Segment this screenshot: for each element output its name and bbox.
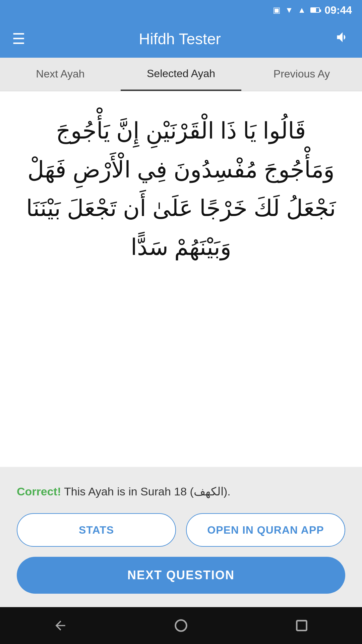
app-bar: ☰ Hifdh Tester — [0, 20, 362, 58]
phone-vibrate-icon: ▣ — [273, 5, 281, 15]
menu-button[interactable]: ☰ — [12, 32, 24, 46]
stats-button[interactable]: STATS — [17, 513, 176, 547]
status-time: 09:44 — [324, 4, 352, 16]
status-bar: ▣ ▼ ▲ 09:44 — [0, 0, 362, 20]
tab-previous-ayah[interactable]: Previous Ay — [241, 58, 362, 91]
wifi-icon: ▼ — [285, 5, 293, 15]
svg-rect-1 — [297, 621, 306, 630]
result-detail: This Ayah is in Surah 18 (الكهف). — [61, 485, 230, 498]
recents-button[interactable] — [288, 612, 315, 639]
tab-bar: Next Ayah Selected Ayah Previous Ay — [0, 58, 362, 91]
ayah-text: قَالُوا يَا ذَا الْقَرْنَيْنِ إِنَّ يَأْ… — [20, 105, 342, 453]
tab-selected-ayah[interactable]: Selected Ayah — [121, 58, 241, 91]
main-content: قَالُوا يَا ذَا الْقَرْنَيْنِ إِنَّ يَأْ… — [0, 91, 362, 467]
tab-next-ayah[interactable]: Next Ayah — [0, 58, 121, 91]
svg-point-0 — [176, 620, 187, 631]
battery-icon — [310, 7, 320, 13]
volume-button[interactable] — [335, 30, 350, 48]
open-in-quran-button[interactable]: OPEN IN QURAN APP — [186, 513, 345, 547]
bottom-panel: Correct! This Ayah is in Surah 18 (الكهف… — [0, 467, 362, 607]
button-row: STATS OPEN IN QURAN APP — [17, 513, 345, 547]
app-title: Hifdh Tester — [35, 30, 325, 48]
correct-label: Correct! — [17, 485, 61, 498]
home-button[interactable] — [168, 612, 194, 639]
result-message: Correct! This Ayah is in Surah 18 (الكهف… — [17, 484, 345, 500]
back-button[interactable] — [47, 612, 74, 639]
next-question-button[interactable]: NEXT QUESTION — [17, 557, 345, 594]
signal-icon: ▲ — [298, 5, 306, 15]
nav-bar — [0, 607, 362, 644]
status-icons: ▣ ▼ ▲ 09:44 — [273, 4, 352, 16]
